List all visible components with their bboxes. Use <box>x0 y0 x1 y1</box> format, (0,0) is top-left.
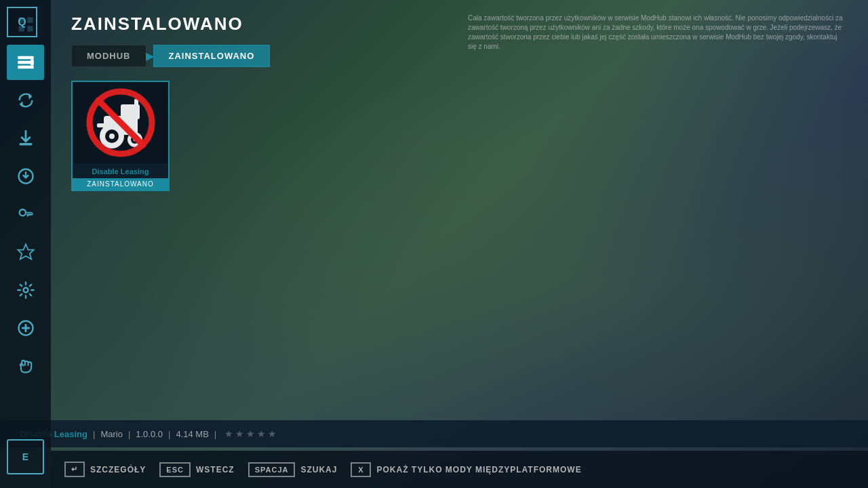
bottom-bar: ↵ SZCZEGÓŁY ESC WSTECZ SPACJA SZUKAJ X P… <box>51 451 868 488</box>
svg-rect-4 <box>18 56 33 60</box>
q-button[interactable]: Q <box>7 7 37 37</box>
svg-marker-13 <box>18 244 33 259</box>
bottom-btn-details[interactable]: ↵ SZCZEGÓŁY <box>64 462 146 477</box>
mod-card-image <box>73 82 168 163</box>
sidebar-item-download2[interactable] <box>7 159 44 194</box>
sidebar-item-key[interactable] <box>7 197 44 232</box>
mod-card-title: Disable Leasing <box>73 163 168 178</box>
download-icon <box>16 129 35 148</box>
cross-label: POKAŻ TYLKO MODY MIĘDZYPLATFORMOWE <box>376 465 581 474</box>
mods-icon <box>16 53 35 72</box>
gear-icon <box>16 281 35 300</box>
cross-key: X <box>351 462 371 477</box>
q-button-label: Q <box>18 16 26 28</box>
svg-point-12 <box>19 209 25 216</box>
sidebar-bottom-label: E <box>22 451 28 462</box>
hand-icon <box>16 357 35 375</box>
star-icon <box>16 243 35 262</box>
sidebar-item-mods[interactable] <box>7 45 44 80</box>
tab-modhub[interactable]: MODHUB <box>71 45 146 67</box>
back-key: ESC <box>159 462 191 477</box>
sidebar: E <box>0 0 51 488</box>
svg-marker-8 <box>28 94 32 100</box>
refresh-icon <box>16 91 35 110</box>
mod-grid: Disable Leasing Zainstalowano <box>71 81 848 191</box>
sidebar-item-hand[interactable] <box>7 348 44 384</box>
sidebar-bottom-e[interactable]: E <box>7 439 44 474</box>
disclaimer-text: Cała zawartość tworzona przez użytkownik… <box>468 14 848 52</box>
svg-rect-6 <box>18 66 33 69</box>
tab-zainstalowano[interactable]: ZAINSTALOWANO <box>153 45 271 67</box>
back-label: WSTECZ <box>196 465 235 474</box>
svg-rect-10 <box>19 143 32 146</box>
disable-leasing-icon <box>83 85 158 160</box>
details-key: ↵ <box>64 462 85 477</box>
sidebar-item-plus[interactable] <box>7 310 44 346</box>
details-label: SZCZEGÓŁY <box>90 465 146 474</box>
svg-point-14 <box>23 288 28 293</box>
svg-marker-9 <box>19 101 22 107</box>
sidebar-item-star[interactable] <box>7 235 44 270</box>
svg-point-21 <box>109 134 115 139</box>
bottom-btn-search[interactable]: SPACJA SZUKAJ <box>248 462 338 477</box>
sidebar-item-settings[interactable] <box>7 272 44 308</box>
search-label: SZUKAJ <box>300 465 337 474</box>
mod-card-disable-leasing[interactable]: Disable Leasing Zainstalowano <box>71 81 170 191</box>
search-key: SPACJA <box>248 462 296 477</box>
svg-rect-25 <box>97 123 105 127</box>
svg-rect-7 <box>31 59 34 65</box>
download2-icon <box>16 167 35 186</box>
key-icon <box>16 205 35 224</box>
sidebar-item-refresh[interactable] <box>7 83 44 118</box>
tab-arrow: ▶ <box>146 49 154 62</box>
main-content: ZAINSTALOWANO MODHUB ▶ ZAINSTALOWANO Cał… <box>51 0 868 488</box>
sidebar-item-download[interactable] <box>7 121 44 156</box>
plus-icon <box>16 319 35 338</box>
bottom-btn-cross-platform[interactable]: X POKAŻ TYLKO MODY MIĘDZYPLATFORMOWE <box>351 462 581 477</box>
mod-card-status: Zainstalowano <box>73 178 168 190</box>
bottom-btn-back[interactable]: ESC WSTECZ <box>159 462 234 477</box>
